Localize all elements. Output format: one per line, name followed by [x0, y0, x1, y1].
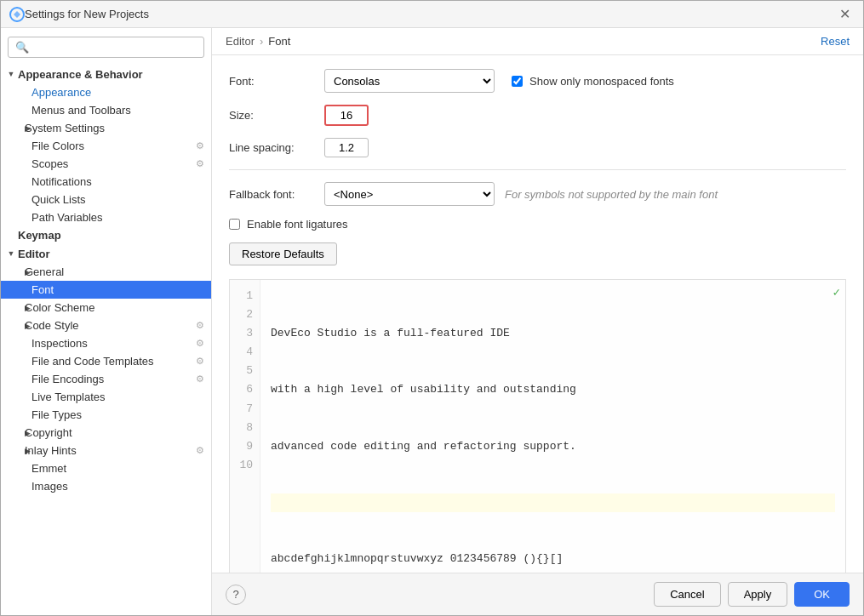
preview-line-2: with a high level of usability and outst…	[271, 380, 835, 399]
breadcrumb-separator: ›	[260, 35, 263, 48]
ok-button[interactable]: OK	[794, 582, 850, 607]
expand-arrow-color: ▶	[4, 304, 25, 312]
expand-arrow-code-style: ▶	[4, 322, 25, 330]
sidebar-item-appearance-behavior[interactable]: ▼ Appearance & Behavior	[1, 65, 211, 83]
expand-arrow-inlay: ▶	[4, 447, 25, 455]
sidebar-item-code-style[interactable]: ▶ Code Style ⚙	[1, 317, 211, 334]
fallback-hint: For symbols not supported by the main fo…	[505, 188, 718, 201]
sidebar-item-editor[interactable]: ▼ Editor	[1, 244, 211, 263]
cancel-button[interactable]: Cancel	[654, 582, 720, 607]
sidebar-item-inlay-hints[interactable]: ▶ Inlay Hints ⚙	[1, 442, 211, 459]
sidebar-item-file-types[interactable]: File Types	[1, 406, 211, 424]
sidebar-item-inspections[interactable]: Inspections ⚙	[1, 334, 211, 352]
expand-arrow-general: ▶	[4, 268, 25, 277]
preview-line-1: DevEco Studio is a full-featured IDE	[271, 324, 835, 343]
sidebar-item-keymap[interactable]: Keymap	[1, 226, 211, 244]
checkmark-icon: ✓	[833, 283, 840, 302]
preview-line-5: abcdefghijklmnopqrstuvwxyz 0123456789 ()…	[271, 550, 835, 568]
expand-arrow-system: ▶	[4, 124, 25, 133]
fallback-select[interactable]: <None>	[324, 182, 495, 206]
preview-area: 1 2 3 4 5 6 7 8 9 10 DevEco Studio	[229, 279, 846, 573]
sidebar-item-color-scheme[interactable]: ▶ Color Scheme	[1, 299, 211, 317]
expand-arrow-appearance: ▼	[4, 67, 18, 81]
sidebar-item-general[interactable]: ▶ General	[1, 263, 211, 281]
breadcrumb: Editor › Font	[226, 35, 290, 48]
sidebar-item-path-variables[interactable]: Path Variables	[1, 208, 211, 226]
apply-button[interactable]: Apply	[728, 582, 788, 607]
search-wrap	[1, 33, 211, 65]
expand-arrow-copyright: ▶	[4, 429, 25, 437]
gear-icon-templates: ⚙	[196, 356, 208, 367]
sidebar-item-system-settings[interactable]: ▶ System Settings	[1, 119, 211, 137]
gear-icon-code-style: ⚙	[196, 320, 208, 331]
fallback-row: Fallback font: <None> For symbols not su…	[229, 182, 846, 206]
sidebar-item-images[interactable]: Images	[1, 477, 211, 495]
ligatures-checkbox[interactable]	[229, 219, 240, 230]
font-row: Font: Consolas Courier New Fira Code Jet…	[229, 69, 846, 93]
main-panel: Editor › Font Reset Font: Consolas Couri…	[212, 28, 863, 615]
settings-content: Font: Consolas Courier New Fira Code Jet…	[212, 55, 863, 573]
sidebar: ▼ Appearance & Behavior Appearance Menus…	[1, 28, 212, 615]
gear-icon-file-colors: ⚙	[196, 140, 208, 151]
sidebar-item-file-encodings[interactable]: File Encodings ⚙	[1, 370, 211, 388]
ligatures-row: Enable font ligatures	[229, 218, 846, 231]
preview-line-3: advanced code editing and refactoring su…	[271, 437, 835, 456]
gear-icon-encodings: ⚙	[196, 374, 208, 385]
gear-icon-inspections: ⚙	[196, 338, 208, 349]
ligatures-label[interactable]: Enable font ligatures	[247, 218, 348, 231]
size-row: Size:	[229, 105, 846, 126]
divider-1	[229, 169, 846, 170]
monospaced-label[interactable]: Show only monospaced fonts	[529, 75, 674, 88]
breadcrumb-bar: Editor › Font Reset	[212, 28, 863, 55]
sidebar-item-live-templates[interactable]: Live Templates	[1, 388, 211, 406]
line-spacing-label: Line spacing:	[229, 141, 314, 154]
line-spacing-row: Line spacing:	[229, 138, 846, 157]
breadcrumb-parent: Editor	[226, 35, 255, 48]
content-area: ▼ Appearance & Behavior Appearance Menus…	[1, 28, 863, 615]
monospaced-checkbox[interactable]	[512, 76, 523, 87]
gear-icon-scopes: ⚙	[196, 158, 208, 169]
line-numbers: 1 2 3 4 5 6 7 8 9 10	[230, 280, 260, 573]
fallback-label: Fallback font:	[229, 188, 314, 201]
sidebar-item-notifications[interactable]: Notifications	[1, 173, 211, 191]
gear-icon-inlay: ⚙	[196, 445, 208, 456]
sidebar-item-menus-toolbars[interactable]: Menus and Toolbars	[1, 101, 211, 119]
fallback-dropdown: <None>	[324, 182, 495, 206]
sidebar-item-scopes[interactable]: Scopes ⚙	[1, 155, 211, 173]
title-bar: Settings for New Projects ✕	[1, 1, 863, 28]
monospaced-row: Show only monospaced fonts	[512, 75, 674, 88]
bottom-bar: ? Cancel Apply OK	[212, 573, 863, 615]
font-label: Font:	[229, 75, 314, 88]
app-icon	[9, 7, 25, 22]
search-input[interactable]	[8, 37, 204, 58]
settings-dialog: Settings for New Projects ✕ ▼ Appearance…	[0, 0, 864, 616]
close-button[interactable]: ✕	[834, 4, 855, 25]
breadcrumb-current: Font	[268, 35, 290, 48]
size-label: Size:	[229, 109, 314, 122]
sidebar-item-copyright[interactable]: ▶ Copyright	[1, 424, 211, 442]
line-spacing-input[interactable]	[324, 138, 369, 157]
code-preview: DevEco Studio is a full-featured IDE wit…	[260, 280, 845, 573]
preview-line-4	[271, 493, 835, 512]
sidebar-item-quick-lists[interactable]: Quick Lists	[1, 191, 211, 208]
sidebar-item-font[interactable]: Font	[1, 281, 211, 299]
dialog-title: Settings for New Projects	[25, 8, 834, 20]
font-select[interactable]: Consolas Courier New Fira Code JetBrains…	[324, 69, 495, 93]
expand-arrow-editor: ▼	[4, 247, 18, 260]
reset-link[interactable]: Reset	[821, 35, 850, 48]
help-button[interactable]: ?	[226, 585, 246, 605]
sidebar-item-file-colors[interactable]: File Colors ⚙	[1, 137, 211, 155]
sidebar-item-appearance[interactable]: Appearance	[1, 83, 211, 101]
sidebar-item-file-code-templates[interactable]: File and Code Templates ⚙	[1, 352, 211, 370]
size-input[interactable]	[324, 105, 369, 126]
sidebar-item-emmet[interactable]: Emmet	[1, 459, 211, 477]
restore-defaults-button[interactable]: Restore Defaults	[229, 242, 337, 265]
